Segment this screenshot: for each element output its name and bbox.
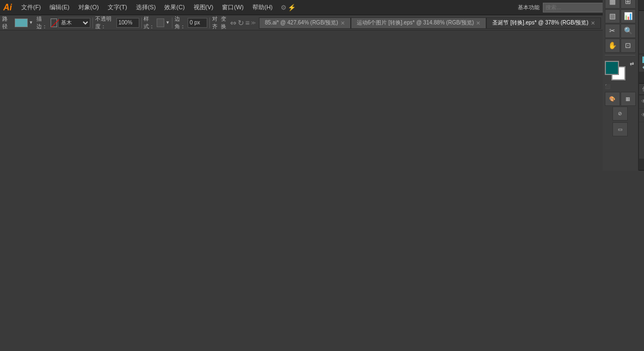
settings-icon[interactable]: ⚙ [281, 4, 287, 11]
panel-tab-layers[interactable]: 图层 [641, 72, 644, 82]
foreground-color[interactable] [605, 61, 619, 75]
menu-bar: Ai 文件(F) 编辑(E) 对象(O) 文字(T) 选择(S) 效果(C) 视… [0, 0, 644, 15]
menu-edit[interactable]: 编辑(E) [46, 2, 73, 12]
transform-label: 变换 [221, 15, 229, 30]
toolbar-sep3 [141, 17, 142, 28]
tool-row-9: ▦ ⊞ [605, 0, 636, 9]
tabs-bar: 85.ai* @ 427.64% (RGB/预览) ✕ 运动6个图片 [转换].… [259, 17, 601, 29]
main-area: ↖ ↗ ✦ ⊙ ✒ T ╲ □ ⌒ ✏ ↻ ⤢ ∞ ◻ 💧 📏 [603, 0, 644, 171]
stroke-none-icon [51, 18, 57, 27]
panel-header-3: 描边 渐变 ≡ [639, 0, 644, 11]
flip-icon[interactable]: ⇔ [230, 18, 237, 27]
color-tools: ⇄ ⬛ [605, 61, 635, 89]
menu-effect[interactable]: 效果(C) [160, 2, 188, 12]
tool-gradient[interactable]: ▦ [605, 0, 620, 9]
tool-slice[interactable]: ✂ [605, 24, 620, 38]
tab-1-label: 85.ai* @ 427.64% (RGB/预览) [265, 19, 338, 27]
panel-tab-appearance[interactable]: 外观 [641, 159, 644, 169]
layers-area: 图层 ≡ 位置： 不透明度： 👁 ja 🔒 👁 [639, 72, 644, 171]
tab-3[interactable]: 圣诞节 [转换].eps* @ 378% (RGB/预览) ✕ [486, 17, 600, 28]
eye-icon-2[interactable]: 👁 [641, 112, 644, 118]
default-colors-icon[interactable]: ⬛ [605, 84, 610, 89]
tool-row-11: ✂ 🔍 [605, 24, 636, 38]
tool-color-mode[interactable]: 🎨 [605, 92, 620, 106]
stroke-color-swatch[interactable]: ▼ [13, 18, 35, 28]
tool-gradient-mode[interactable]: ▦ [621, 92, 636, 106]
stroke-style-select[interactable]: 基木 [58, 18, 90, 28]
toolbar: 路径 ▼ 描边： 基木 不透明度： 样式： ▼ 边角： 对齐 变换 ⇔ ↻ ≡ … [0, 15, 644, 30]
opacity-input[interactable] [116, 18, 139, 28]
tool-mesh[interactable]: ⊞ [621, 0, 636, 9]
eye-icon-1[interactable]: 👁 [641, 98, 644, 104]
panel-tab-stroke[interactable]: 描边 [641, 0, 644, 9]
border-label: 边角： [175, 15, 187, 30]
tool-change-screen[interactable]: ▭ [612, 122, 628, 136]
position-row: 位置： 不透明度： [639, 84, 644, 95]
style-arrow: ▼ [165, 20, 170, 25]
layer-item-1[interactable]: 👁 ja 🔒 [639, 95, 644, 109]
tool-sep [605, 55, 635, 55]
toolbar-sep5 [209, 17, 210, 28]
style-swatch[interactable] [157, 18, 164, 27]
stroke-none-btn[interactable]: 基木 不透明度： 样式： ▼ 边角： 对齐 变换 ⇔ ↻ ≡ ≫ [49, 15, 257, 31]
tool-artboard[interactable]: ⊡ [621, 39, 636, 53]
border-input[interactable] [188, 18, 207, 28]
tab-2-close[interactable]: ✕ [476, 20, 480, 26]
more-icon[interactable]: ≡ [245, 18, 250, 27]
rotate-icon[interactable]: ↻ [238, 18, 244, 27]
style-label: 样式： [144, 15, 156, 30]
tool-row-12: ✋ ⊡ [605, 39, 636, 53]
layers-list: 👁 ja 🔒 👁 aa 🔒 [639, 95, 644, 159]
gradient-section: 类型： 线性 ⬜ ◻ ▭ △ — — [639, 11, 644, 54]
tool-row-extra: 🎨 ▦ [605, 92, 636, 106]
tab-3-close[interactable]: ✕ [591, 20, 595, 26]
toolbar-sep4 [172, 17, 172, 28]
panel-header-appearance: 外观 图形样式 ≡ [639, 159, 644, 171]
tab-2[interactable]: 运动6个图片 [转换].eps* @ 314.88% (RGB/预览) ✕ [351, 17, 487, 28]
app-logo: Ai [3, 3, 12, 12]
workspace-label: 基本功能 [518, 4, 540, 11]
menu-object[interactable]: 对象(O) [75, 2, 103, 12]
tool-chart[interactable]: 📊 [621, 9, 636, 23]
right-panel: 颜色 颜色参考 Kuler 路径查找器 ≡ ⇄ 🔒 [639, 0, 644, 171]
gradient-bar-container [639, 54, 644, 72]
menu-select[interactable]: 选择(S) [132, 2, 160, 12]
search-input[interactable] [543, 3, 608, 12]
tab-3-label: 圣诞节 [转换].eps* @ 378% (RGB/预览) [492, 19, 588, 27]
tool-bar[interactable]: ▧ [605, 9, 620, 23]
panel-options[interactable]: ≫ [251, 20, 256, 26]
tool-row-extra2: ⊘ [612, 106, 628, 121]
tab-1[interactable]: 85.ai* @ 427.64% (RGB/预览) ✕ [259, 17, 351, 28]
tool-row-view: ▭ [612, 122, 628, 136]
tab-2-label: 运动6个图片 [转换].eps* @ 314.88% (RGB/预览) [357, 19, 474, 27]
stroke-color-display[interactable] [15, 18, 28, 27]
tool-none[interactable]: ⊘ [612, 106, 628, 121]
align-label: 对齐 [212, 15, 220, 30]
menu-window[interactable]: 窗口(W) [218, 2, 247, 12]
stroke-arrow-icon: ▼ [29, 20, 33, 25]
toolbar-sep2 [92, 17, 93, 28]
stroke-label: 描边： [36, 15, 47, 30]
menu-view[interactable]: 视图(V) [190, 2, 218, 12]
tool-hand[interactable]: ✋ [605, 39, 620, 53]
menu-help[interactable]: 帮助(H) [249, 2, 276, 12]
menu-text[interactable]: 文字(T) [104, 2, 131, 12]
tool-row-10: ▧ 📊 [605, 9, 636, 23]
path-label: 路径 [2, 15, 8, 30]
layer-item-2[interactable]: 👁 aa 🔒 [639, 109, 644, 122]
tab-1-close[interactable]: ✕ [340, 20, 345, 26]
menu-file[interactable]: 文件(F) [17, 2, 45, 12]
sync-icon[interactable]: ⚡ [288, 4, 296, 11]
swap-colors-icon[interactable]: ⇄ [630, 61, 634, 66]
tool-zoom-tool[interactable]: 🔍 [621, 24, 636, 38]
panel-header-layers: 图层 ≡ [639, 72, 644, 84]
toolbox: ↖ ↗ ✦ ⊙ ✒ T ╲ □ ⌒ ✏ ↻ ⤢ ∞ ◻ 💧 📏 [603, 0, 639, 171]
opacity-label: 不透明度： [95, 15, 115, 30]
